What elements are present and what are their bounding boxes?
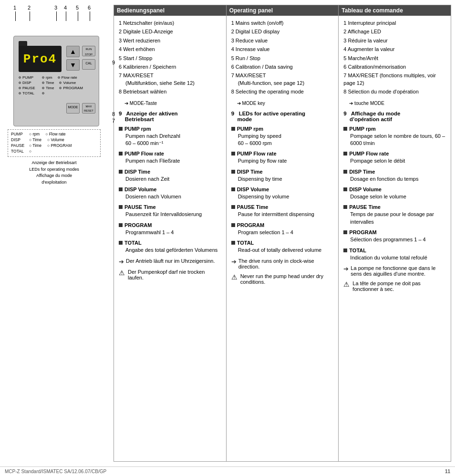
fr-pause-time-desc: Temps de pause pour le dosage par interv… bbox=[350, 211, 446, 226]
fr-item-4: 4 Augmenter la valeur bbox=[343, 46, 446, 53]
col-fr: Tableau de commande 1 Interrupteur princ… bbox=[339, 5, 451, 462]
de-mode-total: TOTAL bbox=[119, 240, 221, 246]
fr-item-7: 7 MAX/RESET (fonctions multiples, voir p… bbox=[343, 72, 446, 87]
led-rpm bbox=[42, 76, 44, 79]
en-pump-flow-desc: Pumping by flow rate bbox=[238, 157, 334, 165]
num-label-side-9: 9 bbox=[112, 60, 115, 65]
en-program-desc: Program selection 1 – 4 bbox=[238, 229, 334, 236]
run-label: RUN bbox=[83, 47, 95, 52]
btn-mode[interactable]: MODE bbox=[66, 103, 80, 114]
de-mode-disp-vol: DISP Volume bbox=[119, 186, 221, 192]
btn-cal[interactable]: CAL bbox=[82, 59, 95, 70]
en-item-6: 6 Calibration / Data saving bbox=[231, 63, 334, 71]
en-item-1: 1 Mains switch (on/off) bbox=[231, 20, 334, 27]
led-total bbox=[19, 92, 21, 94]
col-fr-list: 1 Interrupteur principal 2 Affichage LED… bbox=[343, 20, 446, 96]
page: 1 2 3 4 5 6 bbox=[0, 0, 455, 476]
de-item-2: 2 Digitale LED-Anzeige bbox=[119, 28, 221, 35]
en-mode-pump-flow: PUMP Flow rate bbox=[231, 151, 334, 156]
en-pump-rpm-desc: Pumping by speed60 – 6000 rpm bbox=[238, 133, 334, 147]
footer: MCP-Z Standard/ISMATEC SA/12.06.07/CB/GP… bbox=[0, 466, 455, 476]
fr-item-8: 8 Sélection du mode d'opération bbox=[343, 88, 446, 95]
fr-item-6: 6 Calibration/mémorisation bbox=[343, 63, 446, 71]
de-pump-rpm-desc: Pumpen nach Drehzahl60 – 6000 min⁻¹ bbox=[125, 133, 221, 147]
col-en-list: 1 Mains switch (on/off) 2 Digital LED di… bbox=[231, 20, 334, 96]
de-total-desc: Angabe des total geförderten Volumens bbox=[125, 247, 221, 254]
de-item-3: 3 Wert reduzieren bbox=[119, 37, 221, 44]
de-mode-program: PROGRAM bbox=[119, 222, 221, 228]
mode-label: MODE bbox=[68, 105, 78, 109]
de-item-4: 4 Wert erhöhen bbox=[119, 46, 221, 53]
led-disp bbox=[19, 82, 21, 84]
en-mode-arrow: ➔ MODE key bbox=[237, 101, 334, 106]
num-label-6: 6 bbox=[88, 5, 91, 10]
en-item-2: 2 Digital LED display bbox=[231, 28, 334, 35]
col-de-list: 1 Netzschalter (ein/aus) 2 Digitale LED-… bbox=[119, 20, 221, 96]
en-mode-pause-time: PAUSE Time bbox=[231, 204, 334, 210]
fr-total-desc: Indication du volume total refoulé bbox=[350, 254, 446, 261]
fr-mode-pump-flow: PUMP Flow rate bbox=[343, 151, 446, 156]
fr-item-9-section: 9 Affichage du mode d'opération actif bbox=[343, 111, 446, 122]
en-disp-time-desc: Dispensing by time bbox=[238, 176, 334, 183]
caption-1: Anzeige der Betriebsart bbox=[8, 160, 101, 166]
fr-pump-rpm-desc: Pompage selon le nombre de tours, 60 – 6… bbox=[350, 133, 446, 147]
de-warning: ⚠ Der Pumpenkopf darf nie trocken laufen… bbox=[119, 269, 221, 280]
num-label-4: 4 bbox=[64, 5, 67, 10]
de-item-9-section: 9 Anzeige der aktiven Betriebsart bbox=[119, 111, 221, 122]
fr-program-desc: Sélection des programmes 1 – 4 bbox=[350, 236, 446, 243]
de-arrow-item: ➔ Der Antrieb läuft nur im Uhrzeigersinn… bbox=[119, 258, 221, 265]
ind-row-disp: DISP ○ Time ○ Volume bbox=[11, 137, 97, 142]
en-item-5: 5 Run / Stop bbox=[231, 55, 334, 62]
num-label-3: 3 bbox=[54, 5, 57, 10]
en-item-3: 3 Reduce value bbox=[231, 37, 334, 44]
de-item-5: 5 Start / Stopp bbox=[119, 55, 221, 62]
num-label-5: 5 bbox=[76, 5, 79, 10]
de-disp-vol-desc: Dosieren nach Volumen bbox=[125, 193, 221, 200]
fr-mode-disp-time: DISP Time bbox=[343, 169, 446, 175]
fr-disp-time-desc: Dosage en fonction du temps bbox=[350, 176, 446, 183]
btn-up[interactable]: ▲ bbox=[66, 46, 80, 57]
fr-mode-pause-time: PAUSE Time bbox=[343, 204, 446, 210]
max-label: MAX bbox=[83, 104, 95, 109]
caption-area: Anzeige der Betriebsart LEDs for operati… bbox=[8, 160, 101, 186]
en-item-4: 4 Increase value bbox=[231, 46, 334, 53]
en-mode-total: TOTAL bbox=[231, 240, 334, 246]
fr-mode-program: PROGRAM bbox=[343, 229, 446, 235]
ind-row-pause: PAUSE ○ Time ○ PROGRAM bbox=[11, 143, 97, 148]
col-en-header: Operating panel bbox=[227, 5, 339, 16]
en-mode-program: PROGRAM bbox=[231, 222, 334, 228]
de-mode-arrow: ➔ MODE-Taste bbox=[124, 101, 221, 106]
en-mode-disp-vol: DISP Volume bbox=[231, 186, 334, 192]
led-flowrate bbox=[58, 76, 60, 79]
de-mode-pause-time: PAUSE Time bbox=[119, 204, 221, 210]
en-mode-disp-time: DISP Time bbox=[231, 169, 334, 175]
led-time1 bbox=[42, 82, 44, 84]
de-item-7: 7 MAX/RESET(Multifunktion, siehe Seite 1… bbox=[119, 72, 221, 87]
en-item-8: 8 Selecting the operating mode bbox=[231, 88, 334, 95]
footer-right: 11 bbox=[445, 469, 450, 474]
de-item-8: 8 Betriebsart wählen bbox=[119, 88, 221, 95]
de-item-1: 1 Netzschalter (ein/aus) bbox=[119, 20, 221, 27]
en-total-desc: Read-out of totally delivered volume bbox=[238, 247, 334, 254]
fr-mode-disp-vol: DISP Volume bbox=[343, 186, 446, 192]
device-display: Pro4 bbox=[19, 46, 62, 72]
btn-run-stop[interactable]: RUN STOP bbox=[82, 46, 95, 56]
columns-area: Bedienungspanel 1 Netzschalter (ein/aus)… bbox=[114, 5, 451, 462]
cal-label: CAL bbox=[85, 62, 92, 65]
de-pause-time-desc: Pausenzeit für Intervalldosierung bbox=[125, 211, 221, 218]
led-pause bbox=[19, 87, 21, 89]
en-arrow-item: ➔ The drive runs only in clock-wise dire… bbox=[231, 258, 334, 269]
de-pump-flow-desc: Pumpen nach Fließrate bbox=[125, 157, 221, 165]
fr-pump-flow-desc: Pompage selon le débit bbox=[350, 157, 446, 165]
de-disp-time-desc: Dosieren nach Zeit bbox=[125, 176, 221, 183]
de-mode-pump-flow: PUMP Flow rate bbox=[119, 151, 221, 156]
btn-down[interactable]: ▼ bbox=[66, 59, 80, 71]
footer-left: MCP-Z Standard/ISMATEC SA/12.06.07/CB/GP bbox=[5, 469, 106, 474]
caption-3: Affichage du mode bbox=[8, 173, 101, 179]
led-volume bbox=[59, 82, 62, 84]
led-area: PUMP rpm Flow rate DISP Time bbox=[19, 75, 97, 96]
btn-max-reset[interactable]: MAX RESET bbox=[82, 103, 95, 114]
en-mode-pump-rpm: PUMP rpm bbox=[231, 126, 334, 132]
led-time2 bbox=[42, 87, 44, 89]
en-item-9-section: 9 LEDs for active operating mode bbox=[231, 111, 334, 122]
